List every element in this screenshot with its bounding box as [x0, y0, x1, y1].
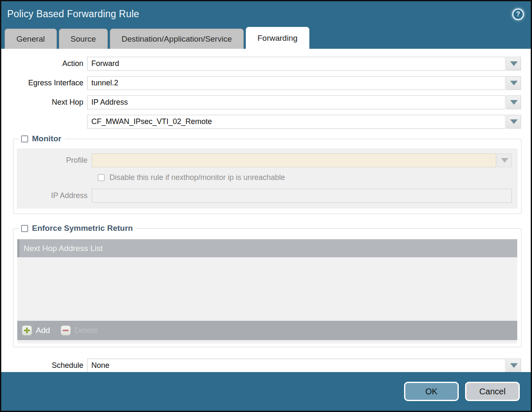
egress-interface-dropdown-button[interactable]: [506, 76, 521, 90]
egress-interface-row: Egress Interface tunnel.2: [1, 76, 531, 90]
monitor-profile-dropdown-button: [497, 153, 512, 167]
chevron-down-icon: [501, 158, 508, 163]
enforce-symmetric-return-title: Enforce Symmetric Return: [32, 224, 133, 233]
monitor-panel: Profile Disable this rule if nexthop/mon…: [17, 148, 518, 209]
schedule-row: Schedule None: [1, 359, 531, 372]
next-hop-label: Next Hop: [1, 98, 87, 107]
action-label: Action: [1, 59, 87, 68]
next-hop-type-dropdown-button[interactable]: [506, 95, 521, 109]
dialog-titlebar: Policy Based Forwarding Rule ?: [1, 1, 531, 26]
chevron-down-icon: [510, 100, 518, 105]
dialog-title: Policy Based Forwarding Rule: [7, 8, 139, 20]
action-dropdown-button[interactable]: [506, 57, 521, 71]
help-icon-glyph: ?: [516, 11, 520, 18]
enforce-symmetric-return-checkbox[interactable]: [21, 225, 28, 232]
next-hop-address-dropdown-button[interactable]: [506, 115, 521, 129]
next-hop-address-row: CF_MWAN_IPsec_VTI_02_Remote: [1, 115, 531, 129]
tab-bar: General Source Destination/Application/S…: [1, 26, 531, 49]
enforce-symmetric-return-group: Enforce Symmetric Return Next Hop Addres…: [13, 224, 521, 347]
monitor-legend: Monitor: [19, 134, 65, 143]
tab-general[interactable]: General: [5, 29, 57, 49]
schedule-dropdown-button[interactable]: [506, 359, 521, 372]
add-plus-icon: [22, 325, 32, 335]
monitor-checkbox[interactable]: [21, 135, 28, 143]
chevron-down-icon: [510, 119, 518, 124]
schedule-label: Schedule: [1, 361, 87, 370]
chevron-down-icon: [510, 61, 518, 66]
add-button-label: Add: [36, 326, 50, 335]
disable-rule-label: Disable this rule if nexthop/monitor ip …: [109, 173, 285, 182]
monitor-disable-rule-row: Disable this rule if nexthop/monitor ip …: [17, 173, 518, 182]
table-bottom-strip: [18, 340, 517, 343]
enforce-symmetric-return-legend: Enforce Symmetric Return: [19, 224, 136, 233]
next-hop-address-select[interactable]: CF_MWAN_IPsec_VTI_02_Remote: [87, 115, 505, 129]
egress-interface-label: Egress Interface: [1, 79, 87, 87]
monitor-profile-row: Profile: [17, 153, 518, 167]
monitor-ip-address-label: IP Address: [17, 191, 92, 200]
schedule-select[interactable]: None: [87, 359, 505, 372]
pbf-rule-dialog: Policy Based Forwarding Rule ? General S…: [0, 0, 532, 412]
next-hop-address-table: Next Hop Address List Add Delete: [17, 239, 517, 343]
disable-rule-checkbox: [98, 174, 105, 181]
tab-content-forwarding: Action Forward Egress Interface tunnel.2…: [1, 49, 531, 372]
delete-button-label: Delete: [74, 326, 98, 335]
monitor-profile-select: [92, 153, 496, 167]
cancel-button[interactable]: Cancel: [465, 382, 520, 401]
action-row: Action Forward: [1, 57, 531, 71]
egress-interface-select[interactable]: tunnel.2: [87, 76, 505, 90]
delete-button: Delete: [61, 325, 98, 335]
ok-button[interactable]: OK: [404, 382, 459, 401]
monitor-group: Monitor Profile Disable this rule if nex…: [13, 134, 521, 214]
next-hop-address-list-toolbar: Add Delete: [17, 321, 517, 340]
add-button[interactable]: Add: [22, 325, 50, 335]
chevron-down-icon: [510, 363, 518, 368]
chevron-down-icon: [510, 81, 518, 85]
tab-destination-application-service[interactable]: Destination/Application/Service: [110, 29, 244, 49]
monitor-profile-label: Profile: [17, 156, 92, 165]
action-select[interactable]: Forward: [87, 57, 505, 71]
help-icon[interactable]: ?: [512, 8, 524, 20]
monitor-group-title: Monitor: [32, 134, 61, 143]
next-hop-address-list-header: Next Hop Address List: [17, 239, 517, 257]
monitor-ip-address-row: IP Address: [17, 189, 518, 203]
next-hop-type-select[interactable]: IP Address: [87, 95, 505, 109]
next-hop-address-list-header-label: Next Hop Address List: [24, 244, 103, 253]
next-hop-row: Next Hop IP Address: [1, 95, 531, 109]
next-hop-address-list-body[interactable]: [17, 257, 517, 321]
delete-minus-icon: [61, 325, 71, 335]
tab-source[interactable]: Source: [59, 29, 108, 49]
monitor-ip-address-input: [92, 189, 512, 203]
dialog-footer: OK Cancel: [1, 372, 531, 411]
tab-forwarding[interactable]: Forwarding: [246, 27, 309, 49]
